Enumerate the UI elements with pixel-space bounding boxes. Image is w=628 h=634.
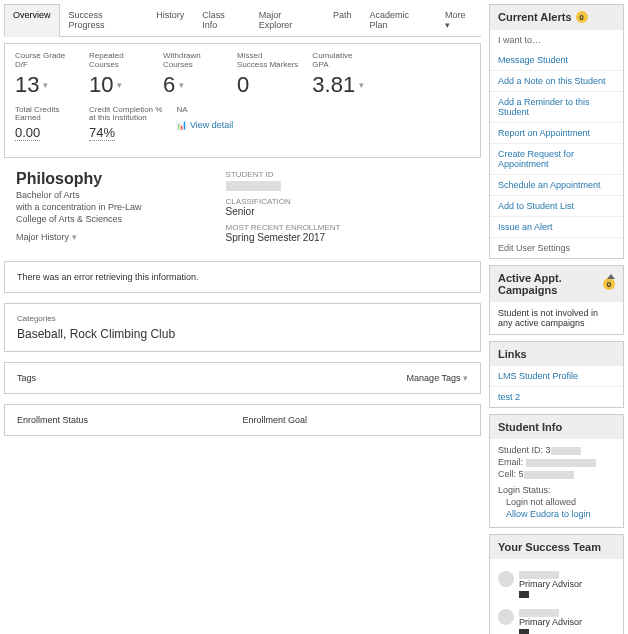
chevron-down-icon: ▾ [72, 232, 77, 242]
enrollment-status-label: Enrollment Status [17, 415, 88, 425]
mail-icon[interactable] [519, 629, 529, 634]
tab-overview[interactable]: Overview [4, 4, 60, 37]
info-student-id: Student ID: 3 [498, 445, 615, 455]
tab-major-explorer[interactable]: Major Explorer [250, 4, 324, 36]
alerts-count-badge: 0 [576, 11, 588, 23]
stat-course-grade-d-f[interactable]: Course GradeD/F13▾ [15, 52, 75, 98]
stat-total-credits-earned: Total CreditsEarned0.00 [15, 106, 75, 142]
tab-success-progress[interactable]: Success Progress [60, 4, 148, 36]
enrollment-value: Spring Semester 2017 [226, 232, 341, 243]
major-history-link[interactable]: Major History ▾ [16, 232, 142, 242]
chevron-down-icon: ▾ [359, 80, 364, 90]
stat-withdrawn-courses[interactable]: WithdrawnCourses6▾ [163, 52, 223, 98]
tab-bar: OverviewSuccess ProgressHistoryClass Inf… [4, 4, 481, 37]
enrollment-label: MOST RECENT ENROLLMENT [226, 223, 341, 232]
link-test-2[interactable]: test 2 [490, 386, 623, 407]
error-panel: There was an error retrieving this infor… [4, 261, 481, 293]
categories-value: Baseball, Rock Climbing Club [17, 327, 468, 341]
program-college: College of Arts & Sciences [16, 214, 142, 224]
tab-path[interactable]: Path [324, 4, 361, 36]
program-title: Philosophy [16, 170, 142, 188]
action-schedule-an-appointment[interactable]: Schedule an Appointment [490, 174, 623, 195]
categories-panel: Categories Baseball, Rock Climbing Club [4, 303, 481, 352]
chevron-down-icon: ▾ [463, 373, 468, 383]
enrollment-panel: Enrollment Status Enrollment Goal [4, 404, 481, 436]
edit-user-settings-link[interactable]: Edit User Settings [490, 237, 623, 258]
classification-label: CLASSIFICATION [226, 197, 341, 206]
campaigns-panel: Active Appt. Campaigns 0 Student is not … [489, 265, 624, 335]
manage-tags-button[interactable]: Manage Tags ▾ [407, 373, 468, 383]
info-cell: Cell: 5 [498, 469, 615, 479]
action-message-student[interactable]: Message Student [490, 50, 623, 70]
chevron-down-icon: ▾ [117, 80, 122, 90]
success-team-header: Your Success Team [490, 535, 623, 559]
campaigns-header[interactable]: Active Appt. Campaigns 0 [490, 266, 623, 302]
program-concentration: with a concentration in Pre-Law [16, 202, 142, 212]
stats-panel: Course GradeD/F13▾RepeatedCourses10▾With… [4, 43, 481, 158]
chevron-down-icon: ▾ [179, 80, 184, 90]
student-info-header: Student Info [490, 415, 623, 439]
campaigns-body: Student is not involved in any active ca… [490, 302, 623, 334]
alerts-panel: Current Alerts 0 I want to… Message Stud… [489, 4, 624, 259]
tags-label: Tags [17, 373, 36, 383]
tab-history[interactable]: History [147, 4, 193, 36]
tab-class-info[interactable]: Class Info [193, 4, 249, 36]
program-degree: Bachelor of Arts [16, 190, 142, 200]
alerts-header: Current Alerts 0 [490, 5, 623, 29]
allow-login-link[interactable]: Allow Eudora to login [506, 509, 591, 519]
login-status-value: Login not allowed [498, 497, 615, 507]
program-summary: Philosophy Bachelor of Arts with a conce… [4, 168, 154, 250]
student-info-panel: Student Info Student ID: 3 Email: Cell: … [489, 414, 624, 528]
enrollment-goal-label: Enrollment Goal [243, 415, 469, 425]
stat-na: NA📊 View detail [176, 106, 236, 142]
action-add-a-note-on-this-student[interactable]: Add a Note on this Student [490, 70, 623, 91]
login-status-label: Login Status: [498, 485, 615, 495]
redacted-id [226, 181, 281, 191]
categories-label: Categories [17, 314, 468, 323]
student-id-label: STUDENT ID [226, 170, 341, 179]
chevron-down-icon: ▾ [43, 80, 48, 90]
classification-value: Senior [226, 206, 341, 217]
stat-credit-completion-at-this-institution: Credit Completion %at this Institution74… [89, 106, 162, 142]
success-team-panel: Your Success Team Primary AdvisorPrimary… [489, 534, 624, 634]
links-header: Links [490, 342, 623, 366]
link-lms-student-profile[interactable]: LMS Student Profile [490, 366, 623, 386]
chevron-up-icon [607, 274, 615, 279]
campaigns-count-badge: 0 [603, 278, 615, 290]
stat-missed-success-markers: MissedSuccess Markers0 [237, 52, 298, 98]
info-email: Email: [498, 457, 615, 467]
mail-icon[interactable] [519, 591, 529, 598]
tags-panel: Tags Manage Tags ▾ [4, 362, 481, 394]
error-message: There was an error retrieving this infor… [17, 272, 199, 282]
avatar [498, 571, 514, 587]
tab-academic-plan[interactable]: Academic Plan [360, 4, 436, 36]
team-member[interactable]: Primary Advisor [498, 603, 615, 631]
action-add-a-reminder-to-this-student[interactable]: Add a Reminder to this Student [490, 91, 623, 122]
action-add-to-student-list[interactable]: Add to Student List [490, 195, 623, 216]
action-create-request-for-appointment[interactable]: Create Request for Appointment [490, 143, 623, 174]
i-want-to-label: I want to… [490, 29, 623, 50]
links-panel: Links LMS Student Profiletest 2 [489, 341, 624, 408]
avatar [498, 609, 514, 625]
stat-repeated-courses[interactable]: RepeatedCourses10▾ [89, 52, 149, 98]
stat-cumulative-gpa[interactable]: CumulativeGPA3.81▾ [312, 52, 372, 98]
team-member[interactable]: Primary Advisor [498, 565, 615, 593]
tab-more[interactable]: More ▾ [436, 4, 481, 36]
action-report-on-appointment[interactable]: Report on Appointment [490, 122, 623, 143]
action-issue-an-alert[interactable]: Issue an Alert [490, 216, 623, 237]
student-classification: STUDENT ID CLASSIFICATION Senior MOST RE… [214, 168, 353, 250]
